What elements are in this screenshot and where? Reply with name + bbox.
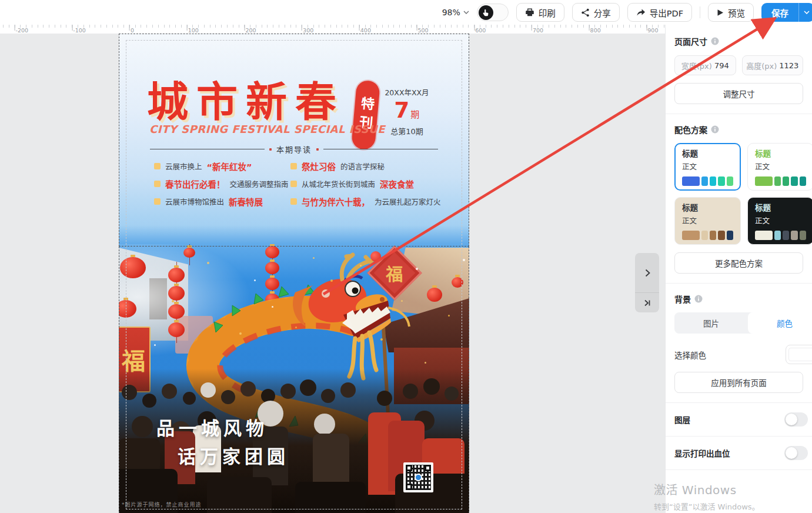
- background-color-swatch[interactable]: [786, 345, 812, 364]
- red-ball: [370, 251, 381, 262]
- page-size-title: 页面尺寸: [674, 35, 707, 47]
- qr-finder: [406, 484, 412, 490]
- printer-icon: [525, 8, 534, 17]
- preview-button[interactable]: 预览: [708, 3, 754, 22]
- section-divider: [666, 469, 812, 470]
- toc-text: 新春特展: [229, 195, 263, 208]
- swatch: [710, 231, 716, 240]
- dot-icon: [269, 148, 272, 151]
- toggle-knob: [786, 414, 797, 425]
- resize-button[interactable]: 调整尺寸: [674, 83, 803, 104]
- swatch: [791, 231, 797, 240]
- zoom-control[interactable]: 98%: [442, 8, 469, 17]
- special-issue-stamp[interactable]: 特刊: [351, 79, 380, 150]
- bleed-row: 显示打印出血位: [674, 446, 803, 460]
- toc-item[interactable]: 云展市换上 “新年红妆”: [154, 161, 290, 172]
- card-title: 标题: [755, 204, 806, 213]
- settings-panel: 页面尺寸 宽度(px) 794 高度(px) 1123 调整尺寸 配色方案 标题…: [665, 25, 812, 513]
- toc-item[interactable]: 祭灶习俗的语言学探秘: [290, 161, 469, 172]
- swatch-row: [682, 231, 733, 240]
- print-button[interactable]: 印刷: [516, 3, 564, 22]
- save-button[interactable]: 保存: [761, 3, 798, 22]
- slogan-line-1[interactable]: 品一城风物: [156, 414, 268, 440]
- crowd-head: [423, 378, 440, 395]
- issue-number: 7: [395, 99, 410, 123]
- slogan-line-2[interactable]: 话万家团圆: [178, 442, 289, 468]
- confetti-dot: [330, 279, 333, 282]
- toc-text: 的语言学探秘: [340, 161, 385, 172]
- swatch: [682, 231, 700, 240]
- width-input[interactable]: 宽度(px) 794: [674, 55, 736, 75]
- toggle-knob: [786, 447, 797, 459]
- collapse-panel-button[interactable]: [635, 253, 659, 293]
- poster-title[interactable]: 城市新春: [147, 69, 345, 128]
- export-pdf-label: 导出PDF: [650, 6, 683, 19]
- issue-info[interactable]: 20XX年XX月 7 期 总第10期: [379, 86, 435, 136]
- design-canvas[interactable]: 城市新春 特刊 20XX年XX月 7 期 总第10期 CITY SPRING F…: [0, 34, 665, 513]
- toc-col-left: 云展市换上 “新年红妆”春节出行必看！交通服务调整指南云展市博物馆推出新春特展: [154, 161, 290, 214]
- save-split-button[interactable]: 保存: [761, 3, 812, 22]
- confetti-dot: [401, 300, 403, 302]
- color-scheme-card[interactable]: 标题正文: [747, 143, 812, 191]
- height-input[interactable]: 高度(px) 1123: [742, 55, 804, 75]
- ruler-label: -100: [73, 27, 86, 34]
- confetti-dot: [154, 344, 156, 346]
- confetti-dot: [463, 259, 465, 261]
- chevron-down-icon: [463, 11, 469, 14]
- qr-pattern: [406, 465, 431, 490]
- dragon-dance-photo[interactable]: 福: [119, 244, 469, 513]
- bleed-toggle[interactable]: [784, 446, 808, 460]
- collapse-to-edge-button[interactable]: [635, 293, 659, 312]
- poster-subtitle[interactable]: CITY SPRING FESTIVAL SPECIAL ISSUE: [149, 123, 385, 135]
- tab-color[interactable]: 颜色: [748, 312, 812, 334]
- bullet-icon: [290, 163, 297, 169]
- ruler-label: 900: [647, 27, 658, 34]
- ruler-label: 0: [131, 27, 134, 34]
- qr-finder: [425, 465, 431, 471]
- hand-tool-toggle[interactable]: [477, 4, 509, 21]
- more-schemes-button[interactable]: 更多配色方案: [674, 252, 803, 274]
- crowd-head: [162, 384, 177, 399]
- save-dropdown-button[interactable]: [798, 3, 812, 22]
- toc-item[interactable]: 云展市博物馆推出新春特展: [154, 196, 290, 207]
- height-label: 高度(px): [746, 60, 777, 71]
- share-icon: [581, 8, 590, 17]
- issue-number-row: 7 期: [379, 99, 435, 123]
- toc-item[interactable]: 与竹为伴六十载，为云展扎起万家灯火: [290, 196, 469, 207]
- section-divider: [666, 402, 812, 403]
- toc-list: 云展市换上 “新年红妆”春节出行必看！交通服务调整指南云展市博物馆推出新春特展 …: [119, 161, 469, 214]
- toc-title[interactable]: 本期导读: [276, 144, 312, 155]
- color-scheme-card[interactable]: 标题正文: [674, 143, 741, 191]
- crowd-head: [314, 414, 335, 435]
- share-button[interactable]: 分享: [572, 3, 620, 22]
- crowd-head: [240, 381, 256, 397]
- swatch-row: [682, 176, 733, 186]
- swatch: [774, 231, 781, 240]
- toc-text: 春节出行必看！: [165, 178, 225, 190]
- color-scheme-section-title: 配色方案: [674, 124, 803, 135]
- toc-item[interactable]: 从城北年货长街到城南深夜食堂: [290, 178, 469, 189]
- crowd-head: [201, 382, 216, 398]
- swatch-row: [755, 176, 806, 186]
- ruler-label: 500: [418, 27, 429, 34]
- color-scheme-card[interactable]: 标题正文: [674, 197, 741, 245]
- swatch: [727, 176, 733, 186]
- crowd-head: [183, 392, 196, 405]
- ruler-label: 800: [590, 27, 601, 34]
- ruler-label: 200: [245, 27, 256, 34]
- color-scheme-card[interactable]: 标题正文: [747, 197, 812, 245]
- poster-page[interactable]: 城市新春 特刊 20XX年XX月 7 期 总第10期 CITY SPRING F…: [119, 34, 469, 513]
- toc-item[interactable]: 春节出行必看！交通服务调整指南: [154, 178, 290, 189]
- crowd-figure: [207, 477, 272, 513]
- background-section-title: 背景: [674, 293, 803, 305]
- crowd-head: [122, 385, 137, 400]
- tab-image[interactable]: 图片: [674, 312, 748, 334]
- crowd-head: [403, 384, 418, 399]
- ruler-label: 100: [188, 27, 199, 34]
- print-label: 印刷: [539, 6, 556, 19]
- export-pdf-button[interactable]: 导出PDF: [627, 3, 692, 22]
- layers-toggle[interactable]: [784, 412, 808, 427]
- apply-all-pages-button[interactable]: 应用到所有页面: [674, 372, 803, 393]
- section-divider: [666, 436, 812, 437]
- ruler-major-ticks: [0, 25, 665, 31]
